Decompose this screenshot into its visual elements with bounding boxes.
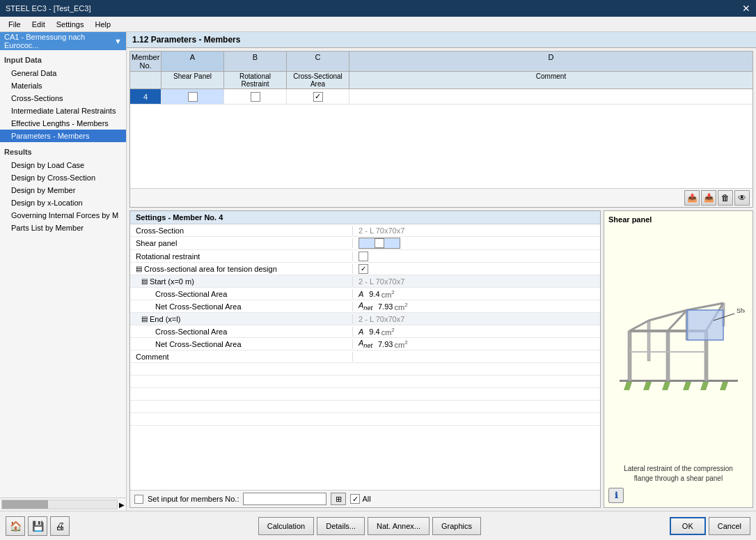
cell-member-no[interactable]: 4 (130, 89, 162, 104)
members-no-input[interactable] (243, 493, 326, 505)
menu-edit[interactable]: Edit (26, 19, 51, 30)
footer-btn-save[interactable]: 💾 (28, 516, 47, 536)
svg-line-15 (629, 321, 649, 331)
set-input-bar: Set input for members No.: ⊞ All (130, 490, 600, 507)
cell-shear-panel[interactable] (162, 89, 224, 104)
set-input-checkbox[interactable] (134, 495, 143, 504)
sidebar-item-parameters-members[interactable]: Parameters - Members (0, 130, 126, 142)
cell-comment (349, 89, 753, 104)
footer-btn-home[interactable]: 🏠 (6, 516, 25, 536)
sidebar-item-governing-internal[interactable]: Governing Internal Forces by M (0, 209, 126, 222)
sub-header-shear-panel: Shear Panel (162, 72, 224, 88)
cell-rotational[interactable] (224, 89, 287, 104)
settings-label-start: ▤ Start (x=0 m) (130, 277, 353, 286)
calculation-button[interactable]: Calculation (258, 517, 314, 535)
sidebar-item-parts-list[interactable]: Parts List by Member (0, 222, 126, 234)
lower-panel: Settings - Member No. 4 Cross-Section 2 … (129, 210, 753, 508)
sidebar-item-effective-lengths[interactable]: Effective Lengths - Members (0, 117, 126, 130)
sub-header-member-no (130, 72, 162, 88)
all-checkbox[interactable] (350, 494, 360, 504)
sidebar-item-design-x-location[interactable]: Design by x-Location (0, 196, 126, 209)
unit-ncsa-start: cm2 (395, 302, 408, 311)
sidebar-item-design-load-case[interactable]: Design by Load Case (0, 159, 126, 171)
settings-value-ncsa-end: Anet 7.93 cm2 (353, 338, 600, 350)
col-header-b: B (224, 52, 287, 71)
svg-rect-7 (628, 331, 631, 381)
toolbar-export-btn[interactable]: 📤 (684, 190, 700, 206)
settings-row-shear-panel: Shear panel (130, 237, 600, 250)
footer-btn-print[interactable]: 🖨 (50, 516, 70, 536)
symbol-a-start: A (359, 290, 363, 298)
sidebar-item-general-data[interactable]: General Data (0, 67, 126, 79)
toolbar-import-btn[interactable]: 📥 (701, 190, 716, 206)
ok-button[interactable]: OK (670, 517, 706, 535)
nat-annex-button[interactable]: Nat. Annex... (368, 517, 430, 535)
sidebar-dropdown-label: CA1 - Bemessung nach Eurococ... (4, 33, 114, 49)
sidebar-item-design-member[interactable]: Design by Member (0, 184, 126, 196)
shear-panel-checkbox[interactable] (375, 238, 384, 248)
footer-right: OK Cancel (670, 517, 750, 535)
close-button[interactable]: ✕ (742, 3, 750, 14)
cancel-button[interactable]: Cancel (709, 517, 750, 535)
expand-icon-start[interactable]: ▤ (141, 277, 148, 285)
window-title: STEEL EC3 - [Test_EC3] (6, 4, 90, 13)
unit-ncsa-end: cm2 (395, 339, 408, 349)
footer-center: Calculation Details... Nat. Annex... Gra… (258, 517, 481, 535)
shear-panel-image-panel: Shear panel (604, 210, 753, 508)
sub-header-cross-sectional: Cross-Sectional Area (287, 72, 349, 88)
table-empty-space (130, 105, 753, 188)
settings-title: Settings - Member No. 4 (130, 211, 600, 224)
menu-bar: File Edit Settings Help (0, 17, 756, 32)
sidebar-scrollbar[interactable] (1, 500, 118, 509)
cross-sectional-checkbox[interactable] (359, 264, 368, 274)
sidebar-item-cross-sections[interactable]: Cross-Sections (0, 92, 126, 105)
content-header: 1.12 Parameters - Members (127, 32, 756, 48)
settings-value-rotational[interactable] (353, 251, 600, 262)
symbol-a-end: A (359, 327, 363, 336)
collapse-icon[interactable]: ▤ (136, 265, 142, 272)
content-area: 1.12 Parameters - Members Member No. A B… (127, 32, 756, 511)
checkbox-cross-sectional[interactable] (313, 92, 323, 102)
value-ncsa-end: 7.93 (378, 340, 393, 348)
toolbar-delete-btn[interactable]: 🗑 (718, 190, 733, 206)
details-button[interactable]: Details... (317, 517, 365, 535)
settings-label-cross-section: Cross-Section (130, 226, 353, 236)
sub-header-comment: Comment (349, 72, 753, 88)
sidebar-item-materials[interactable]: Materials (0, 79, 126, 92)
settings-empty-5 (130, 413, 600, 426)
settings-value-end: 2 - L 70x70x7 (353, 314, 600, 324)
settings-row-cross-sectional-area: ▤ Cross-sectional area for tension desig… (130, 263, 600, 275)
settings-value-shear-panel[interactable] (353, 237, 600, 249)
unit-csa-start: cm2 (381, 289, 395, 299)
sidebar-item-intermediate-lateral[interactable]: Intermediate Lateral Restraints (0, 105, 126, 117)
shear-panel-svg: Shear panel (613, 282, 745, 408)
sidebar-item-design-cross-section[interactable]: Design by Cross-Section (0, 171, 126, 184)
svg-marker-2 (662, 382, 670, 390)
checkbox-rotational[interactable] (251, 92, 260, 102)
col-header-c: C (287, 52, 349, 71)
checkbox-shear-panel[interactable] (188, 92, 198, 102)
sidebar-scroll-right[interactable]: ▶ (119, 501, 125, 509)
svg-marker-6 (683, 382, 691, 390)
cell-cross-sectional[interactable] (287, 89, 349, 104)
menu-file[interactable]: File (3, 19, 26, 30)
menu-settings[interactable]: Settings (51, 19, 90, 30)
shear-panel-input[interactable] (359, 238, 400, 249)
settings-value-cross-section: 2 - L 70x70x7 (353, 226, 600, 236)
expand-icon-end[interactable]: ▤ (141, 315, 148, 323)
shear-panel-title: Shear panel (608, 215, 748, 224)
graphics-button[interactable]: Graphics (432, 517, 481, 535)
toolbar-view-btn[interactable]: 👁 (734, 190, 750, 206)
svg-marker-5 (643, 382, 652, 390)
menu-help[interactable]: Help (89, 19, 116, 30)
sidebar-dropdown[interactable]: CA1 - Bemessung nach Eurococ... ▼ (0, 32, 126, 50)
info-button[interactable]: ℹ (608, 488, 624, 503)
rotational-checkbox[interactable] (359, 252, 368, 261)
settings-label-csa-start: Cross-Sectional Area (130, 289, 353, 299)
settings-value-cross-sectional-area[interactable] (353, 263, 600, 275)
members-pick-btn[interactable]: ⊞ (331, 493, 346, 505)
settings-row-rotational: Rotational restraint (130, 250, 600, 263)
sub-header-rotational: Rotational Restraint (224, 72, 287, 88)
settings-value-start: 2 - L 70x70x7 (353, 277, 600, 286)
col-header-d: D (349, 52, 753, 71)
